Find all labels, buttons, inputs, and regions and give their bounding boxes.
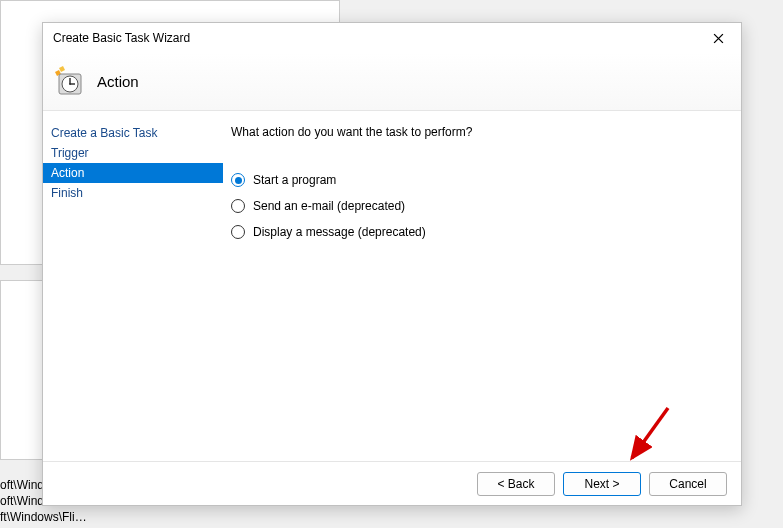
option-display-message[interactable]: Display a message (deprecated) (231, 225, 727, 239)
wizard-banner: Action (43, 53, 741, 111)
wizard-body: Create a Basic Task Trigger Action Finis… (43, 111, 741, 461)
step-finish[interactable]: Finish (43, 183, 223, 203)
step-action[interactable]: Action (43, 163, 223, 183)
radio-icon (231, 199, 245, 213)
banner-heading: Action (97, 73, 139, 90)
wizard-footer: < Back Next > Cancel (43, 461, 741, 505)
option-start-program[interactable]: Start a program (231, 173, 727, 187)
radio-icon (231, 173, 245, 187)
close-icon (713, 33, 724, 44)
cancel-button[interactable]: Cancel (649, 472, 727, 496)
radio-label: Display a message (deprecated) (253, 225, 426, 239)
svg-point-4 (69, 83, 71, 85)
radio-label: Send an e-mail (deprecated) (253, 199, 405, 213)
close-button[interactable] (703, 26, 733, 50)
wizard-sidebar: Create a Basic Task Trigger Action Finis… (43, 111, 223, 461)
clock-wizard-icon (53, 66, 85, 98)
radio-label: Start a program (253, 173, 336, 187)
window-title: Create Basic Task Wizard (51, 31, 703, 45)
prompt-text: What action do you want the task to perf… (231, 125, 727, 139)
wizard-dialog: Create Basic Task Wizard Action Create a… (42, 22, 742, 506)
option-send-email[interactable]: Send an e-mail (deprecated) (231, 199, 727, 213)
step-trigger[interactable]: Trigger (43, 143, 223, 163)
next-button[interactable]: Next > (563, 472, 641, 496)
radio-icon (231, 225, 245, 239)
titlebar: Create Basic Task Wizard (43, 23, 741, 53)
step-create-basic-task[interactable]: Create a Basic Task (43, 123, 223, 143)
background-text: ft\Windows\Fli… (0, 510, 87, 524)
back-button[interactable]: < Back (477, 472, 555, 496)
wizard-content: What action do you want the task to perf… (223, 111, 741, 461)
